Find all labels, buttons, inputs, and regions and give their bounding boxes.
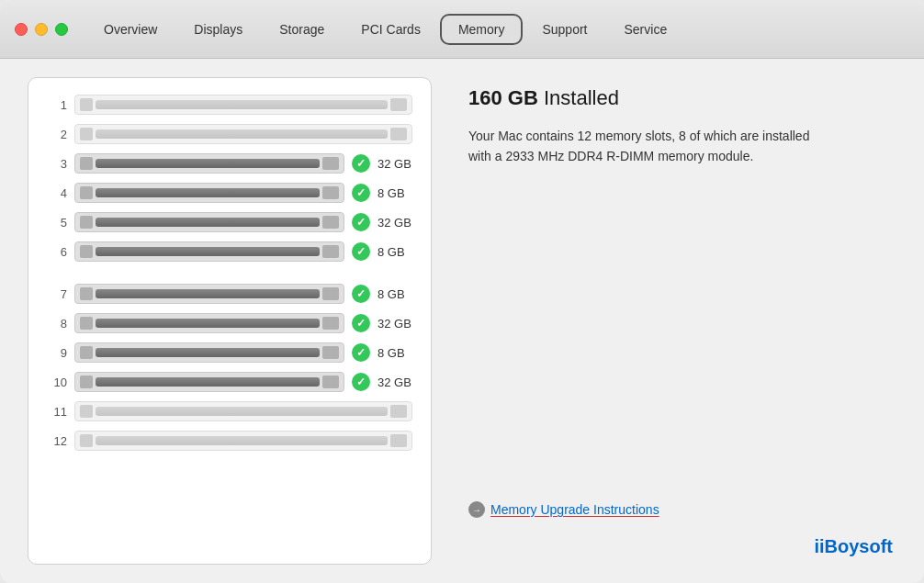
- tab-overview[interactable]: Overview: [86, 15, 175, 44]
- iboysoft-brand: iiBoysoft: [814, 536, 893, 556]
- close-button[interactable]: [15, 23, 28, 36]
- slot-notch-7: [80, 287, 93, 300]
- slot-notch-10: [80, 376, 93, 388]
- slot-notch-2: [80, 128, 93, 140]
- slot-number-10: 10: [47, 376, 67, 389]
- slot-end-11: [390, 405, 407, 418]
- slot-number-12: 12: [47, 434, 67, 448]
- slot-fill-10: [96, 377, 320, 387]
- installed-title: 160 GB Installed: [468, 86, 896, 110]
- slot-bar-1: [74, 95, 412, 115]
- slot-notch-11: [80, 405, 93, 418]
- slot-number-5: 5: [47, 216, 67, 230]
- slot-notch-5: [80, 216, 93, 229]
- slot-fill-12: [96, 436, 388, 445]
- slot-notch-1: [80, 98, 93, 111]
- slot-fill-11: [96, 407, 388, 416]
- slot-fill-2: [96, 129, 388, 139]
- slot-fill-3: [96, 159, 320, 168]
- slot-size-9: 8 GB: [377, 346, 412, 360]
- slot-notch-6: [80, 245, 93, 258]
- slot-row-6: 6 ✓ 8 GB: [47, 241, 412, 262]
- tab-support[interactable]: Support: [524, 15, 604, 44]
- memory-info-panel: 160 GB Installed Your Mac contains 12 me…: [459, 77, 896, 565]
- slot-end-5: [322, 216, 339, 229]
- slot-row-4: 4 ✓ 8 GB: [47, 183, 412, 203]
- tab-service[interactable]: Service: [607, 15, 685, 44]
- memory-slots-panel: 1 2 3: [28, 77, 432, 565]
- tab-pci-cards[interactable]: PCI Cards: [344, 15, 438, 44]
- slot-fill-9: [96, 348, 320, 357]
- slot-notch-4: [80, 186, 93, 199]
- slot-fill-6: [96, 247, 320, 256]
- slot-size-3: 32 GB: [377, 157, 412, 171]
- slot-end-1: [390, 98, 407, 111]
- slot-number-4: 4: [47, 186, 67, 200]
- memory-description: Your Mac contains 12 memory slots, 8 of …: [468, 127, 827, 166]
- slot-number-6: 6: [47, 245, 67, 259]
- slot-row-11: 11: [47, 401, 412, 421]
- svg-text:→: →: [472, 505, 481, 515]
- title-bar: Overview Displays Storage PCI Cards Memo…: [0, 0, 924, 59]
- slot-bar-2: [74, 124, 412, 144]
- slot-bar-10: [74, 372, 344, 392]
- tab-displays[interactable]: Displays: [176, 15, 260, 44]
- tab-memory[interactable]: Memory: [440, 14, 524, 45]
- traffic-lights: [15, 23, 68, 36]
- slot-end-9: [322, 346, 339, 359]
- slot-notch-12: [80, 434, 93, 447]
- slot-number-3: 3: [47, 157, 67, 171]
- slot-size-4: 8 GB: [377, 186, 412, 200]
- slot-row-8: 8 ✓ 32 GB: [47, 313, 412, 333]
- slot-number-8: 8: [47, 317, 67, 331]
- slot-bar-4: [74, 183, 344, 203]
- slot-bar-7: [74, 284, 344, 304]
- slot-row-5: 5 ✓ 32 GB: [47, 212, 412, 232]
- slot-bar-3: [74, 153, 344, 174]
- slot-number-7: 7: [47, 287, 67, 301]
- upgrade-link-icon: →: [468, 501, 485, 518]
- slot-bar-6: [74, 241, 344, 262]
- slot-number-1: 1: [47, 98, 67, 112]
- tab-storage[interactable]: Storage: [262, 15, 342, 44]
- slot-row-10: 10 ✓ 32 GB: [47, 372, 412, 392]
- slot-row-3: 3 ✓ 32 GB: [47, 153, 412, 174]
- check-icon-5: ✓: [352, 213, 370, 231]
- slot-notch-8: [80, 317, 93, 330]
- minimize-button[interactable]: [35, 23, 48, 36]
- slot-row-2: 2: [47, 124, 412, 144]
- check-icon-6: ✓: [352, 242, 370, 261]
- slot-row-12: 12: [47, 431, 412, 451]
- content-area: 1 2 3: [0, 59, 924, 583]
- installed-suffix: Installed: [538, 86, 619, 109]
- slot-bar-9: [74, 342, 344, 363]
- slot-size-10: 32 GB: [377, 376, 412, 389]
- slot-end-12: [390, 434, 407, 447]
- upgrade-link[interactable]: → Memory Upgrade Instructions: [468, 501, 896, 518]
- slot-bar-11: [74, 401, 412, 421]
- tab-bar: Overview Displays Storage PCI Cards Memo…: [86, 14, 684, 45]
- slot-size-6: 8 GB: [377, 245, 412, 259]
- check-icon-4: ✓: [352, 184, 370, 202]
- slot-end-8: [322, 317, 339, 330]
- check-icon-10: ✓: [352, 373, 370, 391]
- slot-fill-5: [96, 218, 320, 227]
- slot-end-4: [322, 186, 339, 199]
- slot-fill-8: [96, 319, 320, 328]
- installed-amount: 160 GB: [468, 86, 538, 109]
- slot-size-5: 32 GB: [377, 216, 412, 230]
- slot-fill-4: [96, 188, 320, 197]
- slot-notch-3: [80, 157, 93, 170]
- slot-number-2: 2: [47, 128, 67, 141]
- main-window: Overview Displays Storage PCI Cards Memo…: [0, 0, 924, 583]
- check-icon-3: ✓: [352, 154, 370, 173]
- slot-notch-9: [80, 346, 93, 359]
- upgrade-link-text[interactable]: Memory Upgrade Instructions: [490, 502, 659, 517]
- slot-bar-5: [74, 212, 344, 232]
- maximize-button[interactable]: [55, 23, 68, 36]
- slot-group-spacer: [47, 271, 412, 284]
- slot-end-3: [322, 157, 339, 170]
- slot-size-7: 8 GB: [377, 287, 412, 301]
- check-icon-7: ✓: [352, 285, 370, 303]
- slot-end-6: [322, 245, 339, 258]
